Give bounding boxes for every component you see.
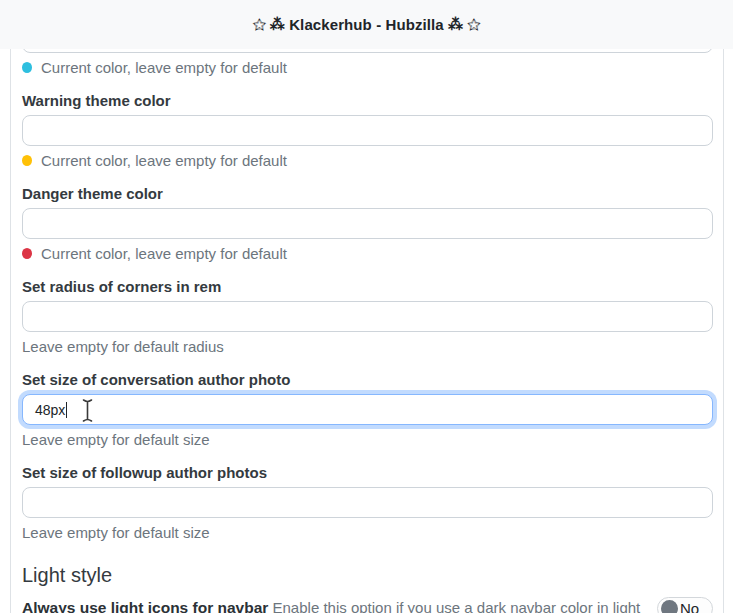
navbar-light-icons-row: Always use light icons for navbar Enable… xyxy=(22,597,713,613)
followup-photo-size-caption-text: Leave empty for default size xyxy=(22,523,210,542)
followup-photo-size-label: Set size of followup author photos xyxy=(22,464,713,481)
ibeam-mouse-cursor-icon xyxy=(81,398,94,423)
warning-color-caption: Current color, leave empty for default xyxy=(22,151,713,170)
followup-photo-size-caption: Leave empty for default size xyxy=(22,523,713,542)
conversation-photo-size-label: Set size of conversation author photo xyxy=(22,371,713,388)
warning-color-group: Warning theme color Current color, leave… xyxy=(22,92,713,170)
danger-color-caption-text: Current color, leave empty for default xyxy=(41,244,287,263)
navbar-light-icons-label: Always use light icons for navbar xyxy=(22,599,268,613)
followup-photo-size-group: Set size of followup author photos Leave… xyxy=(22,464,713,542)
info-color-caption-text: Current color, leave empty for default xyxy=(41,58,287,77)
light-style-heading: Light style xyxy=(22,562,713,588)
conversation-photo-size-group: Set size of conversation author photo 48… xyxy=(22,371,713,449)
danger-color-label: Danger theme color xyxy=(22,185,713,202)
warning-theme-color-input[interactable] xyxy=(22,115,713,146)
danger-color-dot xyxy=(22,248,32,259)
danger-color-caption: Current color, leave empty for default xyxy=(22,244,713,263)
page-title: ✩ ⁂ Klackerhub - Hubzilla ⁂ ✩ xyxy=(253,16,480,34)
settings-panel: Current color, leave empty for default W… xyxy=(10,22,724,613)
corner-radius-input[interactable] xyxy=(22,301,713,332)
conversation-photo-size-value: 48px xyxy=(35,402,65,418)
corner-radius-label: Set radius of corners in rem xyxy=(22,278,713,295)
info-color-dot xyxy=(22,62,32,73)
toggle-state-label: No xyxy=(680,600,699,613)
conversation-photo-size-caption-text: Leave empty for default size xyxy=(22,430,210,449)
warning-color-caption-text: Current color, leave empty for default xyxy=(41,151,287,170)
corner-radius-group: Set radius of corners in rem Leave empty… xyxy=(22,278,713,356)
warning-color-dot xyxy=(22,155,32,166)
navbar-light-icons-toggle[interactable]: No xyxy=(657,597,713,613)
corner-radius-caption-text: Leave empty for default radius xyxy=(22,337,224,356)
page-header: ✩ ⁂ Klackerhub - Hubzilla ⁂ ✩ xyxy=(0,0,733,49)
navbar-light-icons-text: Always use light icons for navbar Enable… xyxy=(22,597,640,613)
danger-theme-color-input[interactable] xyxy=(22,208,713,239)
conversation-photo-size-input[interactable]: 48px xyxy=(22,394,713,425)
navbar-light-icons-help: Enable this option if you use a dark nav… xyxy=(273,599,641,613)
warning-color-label: Warning theme color xyxy=(22,92,713,109)
toggle-knob xyxy=(661,600,678,613)
corner-radius-caption: Leave empty for default radius xyxy=(22,337,713,356)
danger-color-group: Danger theme color Current color, leave … xyxy=(22,185,713,263)
info-color-caption: Current color, leave empty for default xyxy=(22,58,713,77)
conversation-photo-size-caption: Leave empty for default size xyxy=(22,430,713,449)
followup-photo-size-input[interactable] xyxy=(22,487,713,518)
text-caret xyxy=(66,402,67,418)
